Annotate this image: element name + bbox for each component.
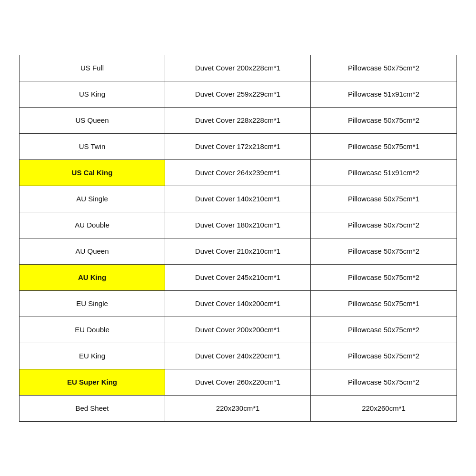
cell-pillow-bed-sheet: 220x260cm*1 bbox=[311, 396, 456, 421]
cell-pillow-us-twin: Pillowcase 50x75cm*1 bbox=[311, 134, 456, 159]
table-row: AU QueenDuvet Cover 210x210cm*1Pillowcas… bbox=[20, 238, 456, 265]
cell-duvet-us-full: Duvet Cover 200x228cm*1 bbox=[165, 55, 311, 81]
cell-size-us-queen: US Queen bbox=[20, 108, 165, 133]
cell-size-eu-super-king: EU Super King bbox=[20, 369, 165, 395]
cell-size-eu-double: EU Double bbox=[20, 317, 165, 343]
cell-size-us-king: US King bbox=[20, 81, 165, 107]
table-row: AU DoubleDuvet Cover 180x210cm*1Pillowca… bbox=[20, 212, 456, 238]
cell-size-us-cal-king: US Cal King bbox=[20, 160, 165, 186]
cell-duvet-us-twin: Duvet Cover 172x218cm*1 bbox=[165, 134, 311, 159]
cell-size-au-double: AU Double bbox=[20, 212, 165, 238]
table-row: Bed Sheet220x230cm*1220x260cm*1 bbox=[20, 396, 456, 421]
cell-duvet-us-king: Duvet Cover 259x229cm*1 bbox=[165, 81, 311, 107]
table-row: EU DoubleDuvet Cover 200x200cm*1Pillowca… bbox=[20, 317, 456, 343]
cell-pillow-au-single: Pillowcase 50x75cm*1 bbox=[311, 186, 456, 212]
table-row: EU Super KingDuvet Cover 260x220cm*1Pill… bbox=[20, 369, 456, 396]
cell-pillow-eu-double: Pillowcase 50x75cm*2 bbox=[311, 317, 456, 343]
cell-pillow-us-king: Pillowcase 51x91cm*2 bbox=[311, 81, 456, 107]
cell-pillow-eu-single: Pillowcase 50x75cm*1 bbox=[311, 291, 456, 317]
cell-pillow-us-cal-king: Pillowcase 51x91cm*2 bbox=[311, 160, 456, 186]
cell-duvet-au-king: Duvet Cover 245x210cm*1 bbox=[165, 265, 311, 290]
cell-size-us-twin: US Twin bbox=[20, 134, 165, 159]
table-row: AU SingleDuvet Cover 140x210cm*1Pillowca… bbox=[20, 186, 456, 212]
cell-duvet-eu-super-king: Duvet Cover 260x220cm*1 bbox=[165, 369, 311, 395]
cell-size-us-full: US Full bbox=[20, 55, 165, 81]
table-row: US FullDuvet Cover 200x228cm*1Pillowcase… bbox=[20, 55, 456, 81]
cell-pillow-us-full: Pillowcase 50x75cm*2 bbox=[311, 55, 456, 81]
cell-pillow-au-king: Pillowcase 50x75cm*2 bbox=[311, 265, 456, 290]
cell-size-eu-king: EU King bbox=[20, 343, 165, 369]
cell-duvet-eu-double: Duvet Cover 200x200cm*1 bbox=[165, 317, 311, 343]
cell-size-au-queen: AU Queen bbox=[20, 238, 165, 264]
cell-duvet-au-queen: Duvet Cover 210x210cm*1 bbox=[165, 238, 311, 264]
cell-pillow-eu-super-king: Pillowcase 50x75cm*2 bbox=[311, 369, 456, 395]
table-row: US TwinDuvet Cover 172x218cm*1Pillowcase… bbox=[20, 134, 456, 160]
cell-duvet-bed-sheet: 220x230cm*1 bbox=[165, 396, 311, 421]
table-row: US QueenDuvet Cover 228x228cm*1Pillowcas… bbox=[20, 108, 456, 134]
cell-duvet-us-cal-king: Duvet Cover 264x239cm*1 bbox=[165, 160, 311, 186]
cell-duvet-au-single: Duvet Cover 140x210cm*1 bbox=[165, 186, 311, 212]
cell-size-bed-sheet: Bed Sheet bbox=[20, 396, 165, 421]
cell-duvet-eu-single: Duvet Cover 140x200cm*1 bbox=[165, 291, 311, 317]
cell-size-au-single: AU Single bbox=[20, 186, 165, 212]
table-row: EU KingDuvet Cover 240x220cm*1Pillowcase… bbox=[20, 343, 456, 369]
cell-duvet-us-queen: Duvet Cover 228x228cm*1 bbox=[165, 108, 311, 133]
cell-duvet-au-double: Duvet Cover 180x210cm*1 bbox=[165, 212, 311, 238]
cell-size-eu-single: EU Single bbox=[20, 291, 165, 317]
table-row: US Cal KingDuvet Cover 264x239cm*1Pillow… bbox=[20, 160, 456, 186]
size-table: US FullDuvet Cover 200x228cm*1Pillowcase… bbox=[19, 55, 457, 422]
cell-pillow-eu-king: Pillowcase 50x75cm*2 bbox=[311, 343, 456, 369]
table-row: EU SingleDuvet Cover 140x200cm*1Pillowca… bbox=[20, 291, 456, 317]
cell-size-au-king: AU King bbox=[20, 265, 165, 290]
cell-pillow-au-double: Pillowcase 50x75cm*2 bbox=[311, 212, 456, 238]
table-row: US KingDuvet Cover 259x229cm*1Pillowcase… bbox=[20, 81, 456, 108]
cell-duvet-eu-king: Duvet Cover 240x220cm*1 bbox=[165, 343, 311, 369]
cell-pillow-us-queen: Pillowcase 50x75cm*2 bbox=[311, 108, 456, 133]
cell-pillow-au-queen: Pillowcase 50x75cm*2 bbox=[311, 238, 456, 264]
table-row: AU KingDuvet Cover 245x210cm*1Pillowcase… bbox=[20, 265, 456, 291]
